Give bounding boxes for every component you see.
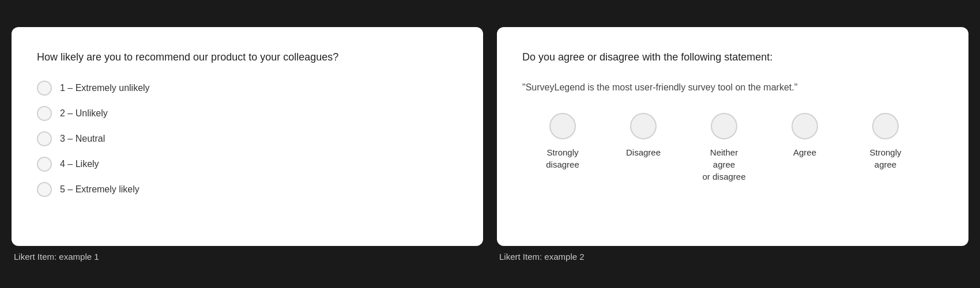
radio-item-4[interactable]: 4 – Likely [37,157,458,172]
card1-label: Likert Item: example 1 [12,252,483,262]
radio-item-5[interactable]: 5 – Extremely likely [37,182,458,197]
likert-label-sa: Stronglyagree [869,146,901,170]
likert-circle-a [791,113,818,139]
card1-radio-list: 1 – Extremely unlikely 2 – Unlikely 3 – … [37,81,458,197]
likert-option-sa[interactable]: Stronglyagree [845,113,926,170]
card2: Do you agree or disagree with the follow… [497,27,968,246]
radio-circle-2 [37,106,52,121]
likert-circle-sa [872,113,899,139]
radio-item-3[interactable]: 3 – Neutral [37,131,458,146]
main-container: How likely are you to recommend our prod… [12,27,968,262]
radio-circle-5 [37,182,52,197]
likert-label-d: Disagree [626,146,661,158]
likert-label-a: Agree [793,146,816,158]
likert-circle-n [711,113,737,139]
radio-circle-4 [37,157,52,172]
likert-label-n: Neitheragreeor disagree [702,146,745,183]
card1-question: How likely are you to recommend our prod… [37,50,458,65]
card1-wrapper: How likely are you to recommend our prod… [12,27,483,262]
radio-label-1: 1 – Extremely unlikely [60,83,150,93]
likert-circle-sd [549,113,576,139]
card1: How likely are you to recommend our prod… [12,27,483,246]
card2-statement: "SurveyLegend is the most user-friendly … [522,81,943,94]
card2-question: Do you agree or disagree with the follow… [522,50,943,65]
likert-option-sd[interactable]: Stronglydisagree [522,113,603,170]
likert-option-a[interactable]: Agree [764,113,845,158]
radio-circle-1 [37,81,52,96]
radio-circle-3 [37,131,52,146]
radio-label-3: 3 – Neutral [60,134,105,144]
card2-wrapper: Do you agree or disagree with the follow… [497,27,968,262]
card2-label: Likert Item: example 2 [497,252,968,262]
likert-option-n[interactable]: Neitheragreeor disagree [684,113,764,183]
likert-label-sd: Stronglydisagree [546,146,579,170]
radio-label-5: 5 – Extremely likely [60,184,140,195]
likert-circle-d [630,113,657,139]
likert-scale: Stronglydisagree Disagree Neitheragreeor… [522,113,943,183]
radio-item-1[interactable]: 1 – Extremely unlikely [37,81,458,96]
radio-label-4: 4 – Likely [60,159,99,169]
radio-item-2[interactable]: 2 – Unlikely [37,106,458,121]
likert-option-d[interactable]: Disagree [603,113,684,158]
radio-label-2: 2 – Unlikely [60,108,108,119]
